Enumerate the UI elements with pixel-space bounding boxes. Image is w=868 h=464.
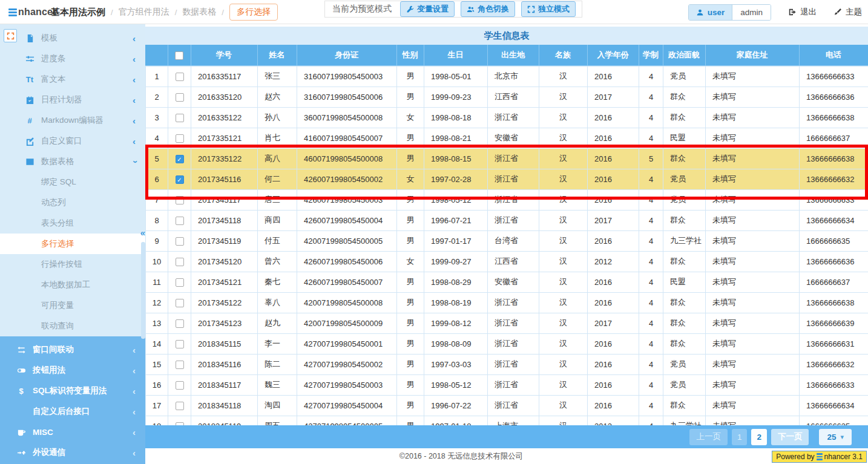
row-checkbox[interactable]: ✓ xyxy=(176,175,184,184)
theme-button[interactable]: 主题 xyxy=(833,7,862,18)
student-table-header: 学号姓名身份证性别生日出生地名族入学年份学制政治面貌家庭住址电话 xyxy=(145,45,868,66)
footer: ©2016 - 2018 无远信息技术有限公司 xyxy=(145,448,868,464)
cell-名族: 汉 xyxy=(539,251,588,272)
row-checkbox[interactable] xyxy=(176,134,184,143)
row-number-cell: 14 xyxy=(146,333,168,354)
standalone-mode-button[interactable]: 独立模式 xyxy=(521,1,576,17)
sidebar-item-按钮用法[interactable]: 按钮用法‹ xyxy=(0,360,145,381)
sidebar-subitem-表头分组[interactable]: 表头分组 xyxy=(0,213,145,234)
row-checkbox[interactable] xyxy=(176,319,184,328)
sidebar-item-数据表格[interactable]: 数据表格‹ xyxy=(0,151,145,172)
sidebar-item-Markdown编辑器[interactable]: #Markdown编辑器‹ xyxy=(0,110,145,131)
row-checkbox[interactable] xyxy=(176,299,184,307)
sidebar-item-富文本[interactable]: Tt富文本‹ xyxy=(0,69,145,90)
next-page-button[interactable]: 下一页 xyxy=(771,429,809,445)
cell-入学年份: 2016 xyxy=(588,169,639,189)
sidebar-subitem-本地数据加工[interactable]: 本地数据加工 xyxy=(0,275,145,295)
row-checkbox[interactable] xyxy=(176,340,184,348)
row-checkbox[interactable] xyxy=(176,196,184,204)
sidebar-subitem-可用变量[interactable]: 可用变量 xyxy=(0,295,145,316)
cell-姓名: 淘四 xyxy=(258,395,297,416)
cell-性别: 男 xyxy=(397,374,424,395)
cell-姓名: 赵六 xyxy=(258,87,297,107)
sidebar-item-自定义后台接口[interactable]: 自定义后台接口‹ xyxy=(0,401,145,422)
page-button-1[interactable]: 1 xyxy=(732,429,748,445)
sidebar-item-label: 自定义后台接口 xyxy=(33,406,90,417)
sidebar-item-模板[interactable]: 模板‹ xyxy=(0,28,145,48)
cell-身份证: 426007199805450007 xyxy=(297,272,397,292)
edit-icon xyxy=(24,137,35,146)
cell-政治面貌: 九三学社 xyxy=(663,416,706,426)
sidebar-fullscreen-button[interactable] xyxy=(4,29,17,42)
header-cell-出生地: 出生地 xyxy=(487,45,539,65)
breadcrumb-root[interactable]: 基本用法示例 xyxy=(51,7,105,18)
table-row: 12016335117张三316007199805450003男1998-05-… xyxy=(146,66,868,87)
row-checkbox[interactable] xyxy=(176,73,184,81)
row-checkbox[interactable] xyxy=(176,217,184,225)
row-checkbox[interactable] xyxy=(176,258,184,266)
sidebar-item-label: SQL标识符变量用法 xyxy=(33,385,107,396)
page-size-select[interactable]: 25 ▾ xyxy=(819,429,852,445)
cell-名族: 汉 xyxy=(539,292,588,313)
breadcrumb: 基本用法示例 / 官方组件用法 / 数据表格 / 多行选择 xyxy=(51,0,278,24)
cell-姓名: 商四 xyxy=(258,210,297,230)
cell-身份证: 316007199805450003 xyxy=(297,66,397,87)
cell-出生地: 江西省 xyxy=(488,87,539,107)
sidebar-scrollbar[interactable] xyxy=(141,242,145,339)
row-checkbox[interactable] xyxy=(176,361,184,369)
row-checkbox[interactable] xyxy=(176,93,184,102)
sidebar-item-SQL标识符变量用法[interactable]: $SQL标识符变量用法‹ xyxy=(0,381,145,401)
cell-电话: 13666666631 xyxy=(800,333,868,354)
cell-入学年份: 2016 xyxy=(588,354,639,374)
row-checkbox[interactable] xyxy=(176,114,184,122)
theme-label: 主题 xyxy=(846,7,862,18)
chevron-left-icon: ‹ xyxy=(133,345,136,355)
cell-姓名: 高八 xyxy=(258,148,297,169)
page-button-2-active[interactable]: 2 xyxy=(751,429,767,445)
cell-电话: 13666666633 xyxy=(800,374,868,395)
select-all-checkbox[interactable] xyxy=(175,51,183,60)
row-checkbox-cell xyxy=(168,251,191,272)
sidebar-subitem-行操作按钮[interactable]: 行操作按钮 xyxy=(0,254,145,275)
sidebar-item-自定义窗口[interactable]: 自定义窗口‹ xyxy=(0,131,145,151)
cell-学号: 2016335120 xyxy=(191,87,258,107)
cell-出生地: 上海市 xyxy=(488,416,539,426)
row-checkbox-cell xyxy=(168,107,191,128)
user-chip[interactable]: user admin xyxy=(688,4,771,21)
cell-学制: 4 xyxy=(639,395,663,416)
role-switch-button[interactable]: 角色切换 xyxy=(461,1,515,17)
cell-性别: 女 xyxy=(397,169,424,189)
logout-button[interactable]: 退出 xyxy=(788,7,817,18)
sidebar-subitem-动态列[interactable]: 动态列 xyxy=(0,192,145,213)
cell-姓名: 付五 xyxy=(258,230,297,251)
row-checkbox[interactable] xyxy=(176,278,184,287)
row-number-cell: 8 xyxy=(146,210,168,230)
table-title: 学生信息表 xyxy=(145,27,868,45)
row-checkbox[interactable] xyxy=(176,402,184,410)
sidebar-subitem-联动查询[interactable]: 联动查询 xyxy=(0,316,145,336)
sidebar-subitem-多行选择[interactable]: 多行选择 xyxy=(0,234,145,254)
breadcrumb-item[interactable]: 数据表格 xyxy=(182,7,216,18)
cell-学号: 2017345117 xyxy=(191,189,258,210)
cell-家庭住址: 未填写 xyxy=(706,333,800,354)
row-number-cell: 7 xyxy=(146,189,168,210)
prev-page-button[interactable]: 上一页 xyxy=(689,429,728,445)
sidebar-item-外设通信[interactable]: 外设通信‹ xyxy=(0,442,145,463)
sidebar-item-窗口间联动[interactable]: 窗口间联动‹ xyxy=(0,339,145,360)
row-checkbox[interactable] xyxy=(176,381,184,390)
breadcrumb-current[interactable]: 多行选择 xyxy=(229,4,278,21)
cell-身份证: 427071998054500005 xyxy=(297,416,397,426)
table-row: 82017345118商四426007199805450004男1996-07-… xyxy=(146,210,868,230)
sidebar-item-进度条[interactable]: 进度条‹ xyxy=(0,48,145,69)
row-checkbox-cell xyxy=(168,272,191,292)
sidebar-item-日程计划器[interactable]: 日程计划器‹ xyxy=(0,90,145,110)
row-checkbox[interactable]: ✓ xyxy=(176,155,184,163)
powered-by-badge[interactable]: Powered by nhancer 3.1 xyxy=(772,451,867,463)
sidebar-subitem-绑定 SQL[interactable]: 绑定 SQL xyxy=(0,172,145,192)
sidebar-item-MISC[interactable]: MISC‹ xyxy=(0,422,145,442)
variable-settings-button[interactable]: 变量设置 xyxy=(400,1,455,17)
cell-学号: 2018345119 xyxy=(191,416,258,426)
sidebar-collapse-handle[interactable]: « xyxy=(140,227,144,238)
row-checkbox[interactable] xyxy=(176,237,184,246)
breadcrumb-item[interactable]: 官方组件用法 xyxy=(119,7,169,18)
